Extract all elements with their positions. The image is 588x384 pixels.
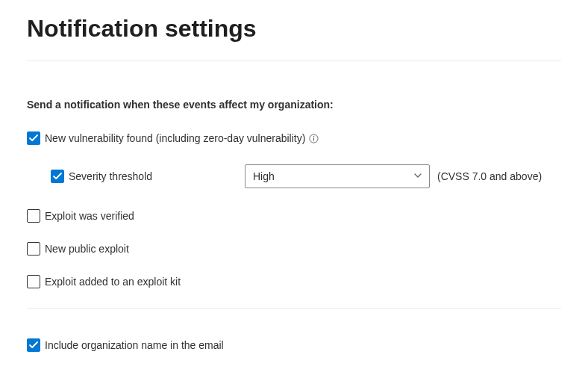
info-icon[interactable] [308, 133, 319, 143]
divider-top [27, 61, 561, 61]
option-label-exploit-verified: Exploit was verified [45, 210, 134, 222]
option-label-severity-threshold: Severity threshold [69, 170, 152, 182]
severity-threshold-value: High [253, 170, 275, 182]
check-icon [53, 172, 62, 181]
checkbox-exploit-verified[interactable] [27, 209, 40, 223]
page-title: Notification settings [27, 15, 561, 43]
option-severity-threshold: Severity threshold High (CVSS 7.0 and ab… [51, 164, 561, 188]
svg-rect-2 [313, 137, 314, 140]
check-icon [29, 341, 38, 350]
option-new-public-exploit: New public exploit [27, 242, 561, 256]
option-label-new-public-exploit: New public exploit [45, 243, 129, 255]
svg-point-1 [313, 135, 314, 136]
option-include-org-name: Include organization name in the email [27, 338, 561, 352]
severity-threshold-select[interactable]: High [245, 164, 430, 188]
option-exploit-kit: Exploit added to an exploit kit [27, 275, 561, 288]
option-exploit-verified: Exploit was verified [27, 209, 561, 223]
checkbox-new-vulnerability[interactable] [27, 131, 40, 145]
option-label-include-org-name: Include organization name in the email [45, 339, 224, 351]
option-new-vulnerability: New vulnerability found (including zero-… [27, 131, 561, 145]
option-label-exploit-kit: Exploit added to an exploit kit [45, 276, 181, 288]
checkbox-include-org-name[interactable] [27, 338, 40, 352]
option-label-new-vulnerability: New vulnerability found (including zero-… [45, 132, 305, 144]
checkbox-severity-threshold[interactable] [51, 170, 64, 183]
check-icon [29, 134, 38, 143]
checkbox-exploit-kit[interactable] [27, 275, 40, 288]
severity-threshold-hint: (CVSS 7.0 and above) [437, 170, 542, 182]
section-label: Send a notification when these events af… [27, 99, 561, 111]
divider-bottom [27, 308, 561, 309]
checkbox-new-public-exploit[interactable] [27, 242, 40, 256]
